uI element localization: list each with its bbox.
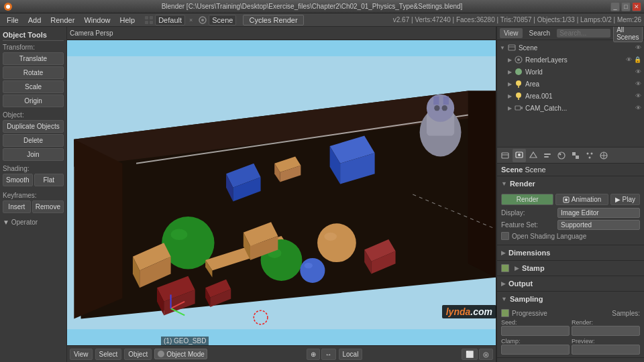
minimize-button[interactable]: _ — [610, 2, 620, 11]
transform-manipulator[interactable]: ↔ — [321, 349, 336, 360]
svg-rect-2 — [145, 16, 148, 19]
dimensions-section: ▶ Dimensions — [497, 245, 644, 261]
svg-point-54 — [434, 105, 439, 111]
viewport-canvas[interactable] — [67, 40, 496, 345]
sampling-values: Seed: 0 Render: 10 Clamp: 0.00 Preview — [501, 319, 640, 355]
render-engine-selector[interactable]: Cycles Render — [243, 15, 303, 25]
origin-button[interactable]: Origin — [3, 95, 64, 107]
workspace-selector[interactable]: Default — [155, 15, 185, 25]
maximize-button[interactable]: □ — [621, 2, 631, 11]
menu-file[interactable]: File — [3, 15, 23, 25]
menu-window[interactable]: Window — [80, 15, 114, 25]
panel-title-object-tools: Object Tools — [3, 29, 64, 41]
viewport-select-btn[interactable]: Select — [95, 349, 122, 360]
svg-point-84 — [591, 152, 593, 154]
render-prop-icon[interactable] — [513, 149, 526, 162]
outliner-item-area[interactable]: ▶ Area 👁 — [497, 78, 644, 90]
display-selector[interactable]: Image Editor — [557, 208, 640, 218]
menu-help[interactable]: Help — [116, 15, 140, 25]
svg-marker-11 — [74, 139, 122, 319]
viewport-header: Camera Persp — [67, 27, 496, 40]
viewport-3d[interactable]: Camera Persp — [67, 27, 496, 362]
render-section-header[interactable]: ▼ Render — [497, 176, 644, 191]
all-scenes-selector[interactable]: All Scenes — [613, 27, 642, 42]
clamp-input[interactable]: 0.00 — [501, 345, 570, 355]
outliner-item-cam[interactable]: ▶ CAM_Catch... 👁 — [497, 102, 644, 114]
snap-btn[interactable]: ⊕ — [307, 349, 320, 360]
stamp-title: Stamp — [522, 264, 545, 272]
feature-set-selector[interactable]: Supported — [557, 220, 640, 230]
mode-selector[interactable]: Object Mode — [166, 351, 205, 358]
lamp-icon — [514, 79, 523, 88]
local-btn[interactable]: Local — [339, 349, 363, 360]
preview-input[interactable]: 40 — [572, 345, 640, 355]
keyframes-label: Keyframes: — [3, 192, 64, 199]
outliner-item-area001[interactable]: ▶ Area.001 👁 — [497, 90, 644, 102]
scene-selector[interactable]: Scene — [209, 15, 236, 25]
insert-keyframe-button[interactable]: Insert — [3, 200, 31, 213]
menu-render[interactable]: Render — [46, 15, 78, 25]
smooth-button[interactable]: Smooth — [3, 174, 33, 186]
info-bar: v2.67 | Verts:47240 | Faces:36280 | Tris… — [393, 16, 641, 23]
svg-rect-82 — [576, 156, 579, 159]
svg-point-36 — [317, 223, 356, 262]
animation-button[interactable]: Animation — [555, 194, 608, 205]
sampling-title: Sampling — [510, 295, 543, 303]
svg-point-65 — [515, 68, 522, 75]
operator-label: ▼ Operator — [3, 219, 64, 226]
viewport-icon-1[interactable]: ⬜ — [462, 349, 478, 360]
remove-keyframe-button[interactable]: Remove — [32, 200, 64, 213]
outliner-search-tab[interactable]: Search — [525, 28, 555, 38]
render-button[interactable]: Render — [501, 194, 553, 205]
sampling-section-header[interactable]: ▼ Sampling — [497, 292, 644, 306]
progressive-checkbox[interactable] — [501, 309, 509, 317]
svg-rect-53 — [443, 97, 449, 105]
render-samples-input[interactable]: 10 — [572, 326, 640, 336]
scale-button[interactable]: Scale — [3, 80, 64, 93]
clamp-field-container: Clamp: 0.00 — [501, 338, 570, 355]
close-button[interactable]: ✕ — [632, 2, 641, 11]
transform-section: Transform: Translate Rotate Scale Origin — [3, 44, 64, 107]
stamp-section-header[interactable]: ▶ Stamp — [497, 261, 644, 276]
physics-prop-icon[interactable] — [597, 149, 610, 162]
stamp-checkbox[interactable] — [501, 264, 509, 272]
svg-point-66 — [516, 80, 521, 86]
seed-input[interactable]: 0 — [501, 326, 570, 336]
object-prop-icon[interactable] — [527, 149, 540, 162]
dimensions-section-header[interactable]: ▶ Dimensions — [497, 245, 644, 260]
menu-add[interactable]: Add — [24, 15, 46, 25]
render-samples-label: Render: — [572, 319, 640, 326]
join-button[interactable]: Join — [3, 148, 64, 161]
duplicate-objects-button[interactable]: Duplicate Objects — [3, 120, 64, 133]
shading-section: Shading: Smooth Flat — [3, 165, 64, 188]
viewport-view-btn[interactable]: View — [70, 349, 93, 360]
render-samples-container: Render: 10 — [572, 319, 640, 336]
shading-label: Shading: — [3, 165, 64, 172]
play-button[interactable]: ▶ Play — [610, 194, 640, 205]
material-prop-icon[interactable] — [555, 149, 568, 162]
translate-button[interactable]: Translate — [3, 52, 64, 65]
modifier-prop-icon[interactable] — [541, 149, 554, 162]
outliner-search-input[interactable] — [557, 29, 610, 38]
feature-set-row: Feature Set: Supported — [501, 220, 640, 230]
svg-point-68 — [516, 93, 521, 98]
clamp-label: Clamp: — [501, 338, 570, 345]
texture-prop-icon[interactable] — [569, 149, 582, 162]
display-label: Display: — [501, 209, 555, 217]
scene-prop-icon[interactable] — [498, 149, 512, 162]
outliner-view-tab[interactable]: View — [500, 28, 523, 38]
output-section-header[interactable]: ▶ Output — [497, 276, 644, 291]
outliner-item-scene[interactable]: ▼ Scene 👁 — [497, 42, 644, 54]
open-shading-checkbox[interactable] — [501, 232, 509, 240]
flat-button[interactable]: Flat — [34, 174, 64, 186]
rotate-button[interactable]: Rotate — [3, 66, 64, 79]
viewport-icon-2[interactable]: ◎ — [479, 349, 493, 360]
outliner-item-renderlayers[interactable]: ▶ RenderLayers 👁 🔒 — [497, 54, 644, 66]
delete-button[interactable]: Delete — [3, 134, 64, 147]
particles-prop-icon[interactable] — [583, 149, 596, 162]
sampling-section: ▼ Sampling Progressive Samples: Seed: 0 — [497, 292, 644, 358]
viewport-object-btn[interactable]: Object — [124, 349, 152, 360]
open-shading-label: Open Shading Language — [512, 233, 586, 240]
svg-point-55 — [442, 105, 447, 111]
outliner-item-world[interactable]: ▶ World 👁 — [497, 66, 644, 78]
